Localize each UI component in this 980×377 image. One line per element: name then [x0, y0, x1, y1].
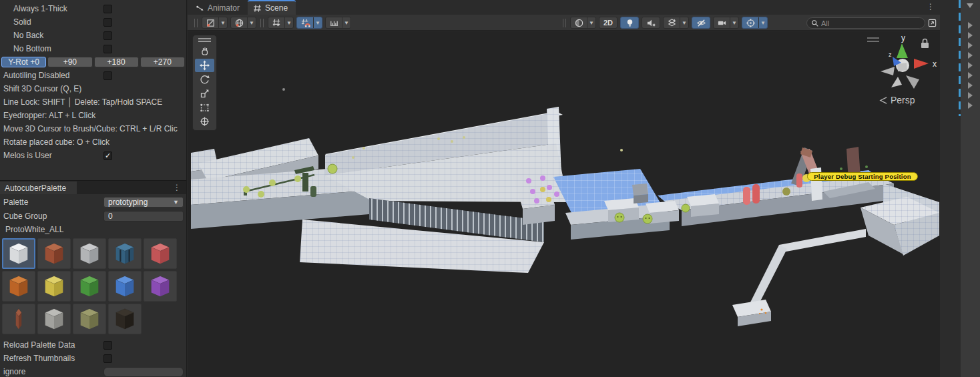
palette-swatch[interactable]: [108, 304, 142, 334]
tab-animator[interactable]: Animator: [190, 1, 248, 15]
palette-dropdown[interactable]: prototyping ▼: [103, 197, 184, 208]
chevron-down-icon[interactable]: ▼: [342, 17, 350, 28]
palette-swatch[interactable]: [37, 238, 71, 269]
chevron-down-icon[interactable]: ▼: [284, 17, 293, 28]
palette-swatch[interactable]: [73, 271, 106, 302]
palette-swatch[interactable]: [73, 304, 106, 334]
autocuber-palette-tab[interactable]: AutocuberPalette: [0, 181, 77, 194]
palette-swatch[interactable]: [108, 238, 142, 269]
gizmos-button[interactable]: ▼: [742, 17, 768, 29]
window-menu-icon[interactable]: ⋮: [927, 2, 935, 11]
tool-rotation-globe-button[interactable]: ▼: [230, 17, 256, 29]
foldout-arrow-icon[interactable]: [968, 32, 973, 39]
chevron-down-icon[interactable]: ▼: [730, 17, 738, 28]
hand-tool-button[interactable]: [195, 45, 214, 58]
no-bottom-checkbox[interactable]: [103, 45, 112, 53]
gizmo-axis-cone: [891, 77, 902, 87]
eye-slash-icon: [692, 17, 710, 28]
y-rot-90-button[interactable]: +90: [47, 57, 92, 67]
palette-swatch[interactable]: [108, 271, 142, 302]
grid-snap-button[interactable]: ▼: [296, 17, 322, 29]
palette-swatch[interactable]: [2, 271, 35, 302]
chevron-down-icon[interactable]: ▼: [313, 17, 322, 28]
refresh-thumbnails-checkbox[interactable]: [103, 354, 112, 363]
palette-menu-icon[interactable]: ⋮: [173, 183, 181, 192]
grid-snap-icon: [297, 17, 313, 28]
camera-settings-button[interactable]: ▼: [713, 17, 739, 29]
z-axis-label: z: [889, 51, 892, 58]
grid-visibility-button[interactable]: ▼: [268, 17, 294, 29]
chevron-down-icon[interactable]: ▼: [247, 17, 256, 28]
palette-swatch[interactable]: [37, 271, 71, 302]
foldout-arrow-icon[interactable]: [968, 42, 973, 49]
2d-view-button[interactable]: 2D: [599, 17, 618, 29]
chevron-down-icon[interactable]: ▼: [680, 17, 688, 28]
transform-tool-button[interactable]: [195, 115, 214, 128]
overlay-drag-handle[interactable]: [198, 38, 211, 42]
tab-scene[interactable]: Scene: [248, 0, 296, 15]
y-rot-0-button[interactable]: Y-Rot +0: [1, 57, 46, 67]
y-rot-270-button[interactable]: +270: [140, 57, 185, 67]
lock-icon[interactable]: [921, 39, 929, 49]
scale-tool-button[interactable]: [195, 87, 214, 100]
toggle-row: No Back: [0, 29, 186, 42]
chevron-down-icon[interactable]: ▼: [758, 17, 767, 28]
rotate-tool-button[interactable]: [195, 73, 214, 86]
audio-mute-icon: [642, 17, 660, 28]
scene-grid-icon: [253, 4, 262, 13]
palette-swatch[interactable]: [144, 238, 177, 269]
tool-rotation-globe-icon: [231, 17, 247, 28]
move-tool-button[interactable]: [195, 59, 214, 72]
y-axis-label: y: [901, 33, 905, 43]
ignore-field[interactable]: [103, 367, 184, 377]
player-debug-start-label[interactable]: Player Debug Starting Position: [807, 172, 918, 181]
chevron-down-icon[interactable]: ▼: [218, 17, 227, 28]
no-back-checkbox[interactable]: [103, 31, 112, 40]
foldout-arrow-icon[interactable]: [968, 92, 973, 99]
scene-viewport[interactable]: y x z Persp Player Debug Starting Positi…: [188, 31, 940, 377]
autotiling-checkbox[interactable]: [103, 71, 112, 80]
toolbar-separator: [194, 19, 198, 27]
shading-mode-button[interactable]: ▼: [570, 17, 596, 29]
palette-swatch-grid: [0, 236, 182, 334]
solid-checkbox[interactable]: [103, 18, 112, 27]
rect-tool-button[interactable]: [195, 101, 214, 114]
toggle-label: Always 1-Thick: [13, 4, 67, 13]
effects-button[interactable]: ▼: [663, 17, 689, 29]
scene-3d-canvas: [188, 31, 940, 377]
foldout-open-icon[interactable]: [967, 3, 973, 8]
tool-handle-pivot-button[interactable]: ▼: [202, 17, 228, 29]
palette-swatch[interactable]: [144, 271, 177, 302]
projection-toggle[interactable]: Persp: [879, 95, 915, 105]
orientation-gizmo[interactable]: y x z: [865, 33, 940, 97]
foldout-arrow-icon[interactable]: [968, 22, 973, 29]
foldout-arrow-icon[interactable]: [968, 62, 973, 69]
palette-swatch[interactable]: [2, 238, 35, 269]
expand-panel-icon[interactable]: [927, 18, 937, 28]
always-1-thick-checkbox[interactable]: [103, 5, 112, 13]
y-rot-180-button[interactable]: +180: [94, 57, 139, 67]
tool-handle-pivot-icon: [202, 17, 218, 28]
foldout-arrow-icon[interactable]: [968, 72, 973, 79]
reload-palette-checkbox[interactable]: [103, 341, 112, 350]
hint-eyedropper: Eyedropper: ALT + L Click: [0, 109, 186, 122]
cube-group-field[interactable]: 0: [103, 211, 184, 222]
palette-swatch[interactable]: [37, 304, 71, 334]
dock-divider-dashes[interactable]: [959, 0, 961, 116]
search-input[interactable]: [821, 19, 908, 27]
scene-lighting-button[interactable]: [620, 17, 639, 29]
foldout-arrow-icon[interactable]: [968, 82, 973, 89]
melos-is-user-checkbox[interactable]: [103, 151, 112, 160]
hidden-objects-button[interactable]: [692, 17, 710, 29]
foldout-arrow-icon[interactable]: [968, 52, 973, 59]
palette-swatch[interactable]: [73, 238, 106, 269]
chevron-down-icon[interactable]: ▼: [587, 17, 595, 28]
foldout-arrow-icon[interactable]: [968, 102, 973, 109]
palette-label: Palette: [3, 198, 28, 207]
overlay-handle-icon: [867, 38, 879, 41]
2d-label: 2D: [599, 17, 617, 28]
scene-search-box[interactable]: [806, 17, 925, 29]
palette-swatch[interactable]: [2, 304, 35, 334]
increment-snap-button[interactable]: ▼: [325, 17, 351, 29]
scene-audio-button[interactable]: [642, 17, 660, 29]
